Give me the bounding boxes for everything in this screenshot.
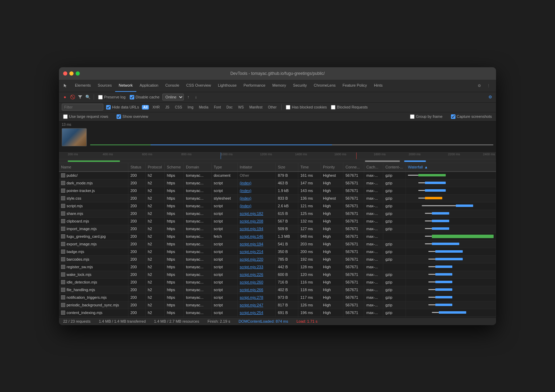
initiator-link[interactable]: script.mjs:208 (240, 219, 263, 223)
table-row[interactable]: content_indexing.mjs 200 h2 https tomaya… (59, 309, 496, 317)
th-scheme[interactable]: Scheme (165, 163, 184, 171)
tab-memory[interactable]: Memory (269, 79, 290, 92)
initiator-link[interactable]: script.mjs:226 (240, 272, 263, 277)
filter-img[interactable]: Img (186, 105, 196, 110)
settings-icon[interactable]: ⚙ (476, 82, 483, 89)
large-rows-checkbox[interactable] (63, 114, 68, 119)
th-content[interactable]: Content-... (383, 163, 406, 171)
tab-feature-policy[interactable]: Feature Policy (339, 79, 370, 92)
filter-input[interactable] (62, 104, 103, 111)
tab-elements[interactable]: Elements (71, 79, 94, 92)
initiator-link[interactable]: script.mjs:214 (240, 250, 263, 254)
th-initiator[interactable]: Initiator (238, 163, 276, 171)
table-row[interactable]: fugu.png 200 h2 https tomayac... png Oth… (59, 317, 496, 317)
filter-css[interactable]: CSS (173, 105, 184, 110)
initiator-link[interactable]: (index) (240, 204, 251, 208)
initiator-link[interactable]: (index) (240, 189, 251, 193)
maximize-button[interactable] (76, 71, 80, 76)
more-icon[interactable]: ⋮ (485, 82, 492, 89)
tab-application[interactable]: Application (136, 79, 162, 92)
tab-lighthouse[interactable]: Lighthouse (214, 79, 240, 92)
initiator-link[interactable]: script.mjs:194 (240, 227, 263, 231)
initiator-link[interactable]: script.mjs:220 (240, 257, 263, 261)
table-row[interactable]: fugu_greeting_card.jpg 200 h2 https toma… (59, 233, 496, 241)
search-button[interactable]: 🔍 (85, 94, 91, 100)
table-row[interactable]: badge.mjs 200 h2 https tomayac... script… (59, 248, 496, 256)
table-row[interactable]: pointer-tracker.js 200 h2 https tomayac.… (59, 187, 496, 195)
th-conn[interactable]: Conne... (343, 163, 364, 171)
group-by-frame-label[interactable]: Group by frame (410, 114, 442, 119)
filter-xhr[interactable]: XHR (150, 105, 162, 110)
th-size[interactable]: Size (276, 163, 298, 171)
show-overview-label[interactable]: Show overview (117, 114, 148, 119)
th-name[interactable]: Name (59, 163, 128, 171)
initiator-link[interactable]: script.mjs:266 (240, 288, 263, 292)
initiator-link[interactable]: script.mjs:194 (240, 242, 263, 246)
tab-hints[interactable]: Hints (370, 79, 386, 92)
clear-button[interactable]: 🚫 (69, 94, 76, 100)
group-by-frame-checkbox[interactable] (410, 114, 415, 119)
preserve-log-checkbox[interactable] (98, 95, 103, 99)
table-row[interactable]: periodic_background_sync.mjs 200 h2 http… (59, 302, 496, 309)
table-row[interactable]: share.mjs 200 h2 https tomayac... script… (59, 210, 496, 218)
tab-chromelens[interactable]: ChromeLens (310, 79, 339, 92)
tab-performance[interactable]: Performance (240, 79, 269, 92)
th-status[interactable]: Status (128, 163, 146, 171)
filter-all-badge[interactable]: All (142, 105, 149, 110)
table-row[interactable]: wake_lock.mjs 200 h2 https tomayac... sc… (59, 271, 496, 279)
filter-other[interactable]: Other (266, 105, 279, 110)
show-overview-checkbox[interactable] (117, 114, 121, 119)
has-blocked-cookies-checkbox[interactable] (286, 105, 290, 110)
initiator-link[interactable]: script.mjs:260 (240, 280, 263, 284)
tab-console[interactable]: Console (162, 79, 182, 92)
filter-toggle[interactable] (77, 94, 83, 100)
large-rows-label[interactable]: Use large request rows (63, 114, 108, 119)
filter-ws[interactable]: WS (236, 105, 246, 110)
table-row[interactable]: dark_mode.mjs 200 h2 https tomayac... sc… (59, 180, 496, 187)
table-row[interactable]: register_sw.mjs 200 h2 https tomayac... … (59, 263, 496, 271)
table-row[interactable]: export_image.mjs 200 h2 https tomayac...… (59, 241, 496, 248)
table-row[interactable]: barcodes.mjs 200 h2 https tomayac... scr… (59, 256, 496, 263)
disable-cache-label[interactable]: Disable cache (130, 95, 160, 99)
record-button[interactable]: ● (62, 94, 68, 100)
hide-data-urls-label[interactable]: Hide data URLs (106, 105, 139, 110)
table-row[interactable]: notification_triggers.mjs 200 h2 https t… (59, 294, 496, 302)
table-row[interactable]: import_image.mjs 200 h2 https tomayac...… (59, 225, 496, 233)
table-row[interactable]: script.mjs 200 h2 https tomayac... scrip… (59, 202, 496, 210)
th-cache[interactable]: Cach... (364, 163, 383, 171)
table-row[interactable]: file_handling.mjs 200 h2 https tomayac..… (59, 286, 496, 294)
th-waterfall[interactable]: Waterfall▲ (406, 163, 496, 171)
close-button[interactable] (63, 71, 67, 76)
tab-security[interactable]: Security (290, 79, 310, 92)
table-row[interactable]: idle_detection.mjs 200 h2 https tomayac.… (59, 279, 496, 286)
table-row[interactable]: public/ 200 h2 https tomayac... document… (59, 172, 496, 180)
has-blocked-cookies-label[interactable]: Has blocked cookies (286, 105, 327, 110)
initiator-link[interactable]: script.mjs:278 (240, 295, 263, 299)
th-domain[interactable]: Domain (184, 163, 212, 171)
import-icon[interactable]: ↑ (185, 94, 191, 100)
capture-screenshots-label[interactable]: Capture screenshots (451, 114, 492, 119)
initiator-link[interactable]: script.mjs:247 (240, 303, 263, 307)
filter-manifest[interactable]: Manifest (247, 105, 265, 110)
blocked-requests-label[interactable]: Blocked Requests (331, 105, 368, 110)
throttle-select[interactable]: Online (162, 94, 184, 101)
filter-js[interactable]: JS (163, 105, 172, 110)
th-type[interactable]: Type (212, 163, 238, 171)
network-settings-icon[interactable]: ⚙ (487, 94, 493, 100)
table-row[interactable]: style.css 200 h2 https tomayac... styles… (59, 195, 496, 202)
initiator-link[interactable]: script.mjs:146 (240, 234, 263, 238)
hide-data-urls-checkbox[interactable] (106, 105, 111, 110)
filter-font[interactable]: Font (212, 105, 223, 110)
blocked-requests-checkbox[interactable] (331, 105, 335, 110)
initiator-link[interactable]: script.mjs:233 (240, 265, 263, 269)
th-time[interactable]: Time (298, 163, 321, 171)
capture-screenshots-checkbox[interactable] (451, 114, 455, 119)
filter-media[interactable]: Media (197, 105, 210, 110)
th-protocol[interactable]: Protocol (146, 163, 165, 171)
initiator-link[interactable]: script.mjs:254 (240, 311, 263, 315)
tab-sources[interactable]: Sources (94, 79, 115, 92)
export-icon[interactable]: ↓ (193, 94, 199, 100)
screenshot-thumbnail[interactable] (62, 128, 87, 146)
tab-network[interactable]: Network (115, 79, 136, 92)
initiator-link[interactable]: (index) (240, 196, 251, 200)
